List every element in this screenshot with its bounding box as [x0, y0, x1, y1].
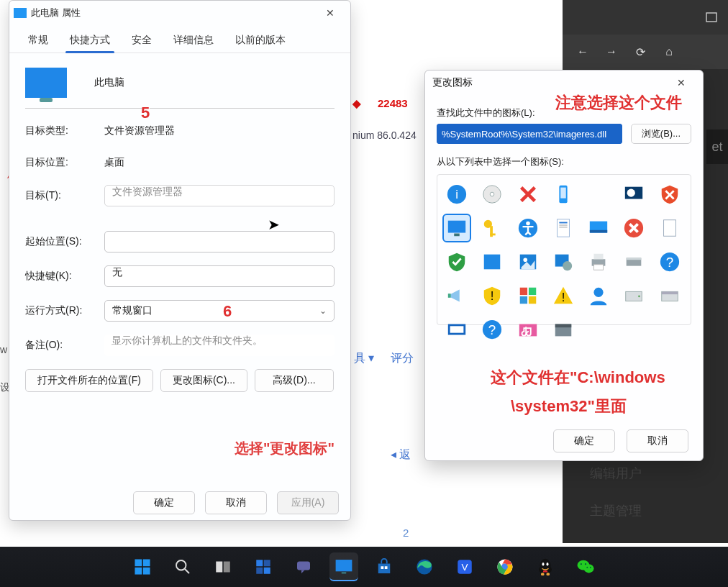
browse-button[interactable]: 浏览(B)...	[631, 124, 691, 144]
paper-icon[interactable]	[657, 215, 683, 241]
refresh-icon[interactable]: ⟳	[629, 40, 652, 63]
search-icon[interactable]	[168, 552, 197, 581]
info-icon[interactable]: i	[444, 181, 470, 207]
home-icon[interactable]: ⌂	[658, 40, 681, 63]
app-v-icon[interactable]: V	[450, 552, 479, 581]
sidebar-item-theme[interactable]: 主题管理	[577, 492, 728, 529]
shortcut-icon-preview	[25, 68, 67, 98]
image-icon[interactable]	[515, 249, 541, 275]
start-icon[interactable]	[128, 552, 157, 581]
tab-details[interactable]: 详细信息	[163, 29, 224, 53]
music-folder-icon[interactable]	[515, 317, 541, 342]
svg-rect-64	[256, 568, 263, 574]
user-icon[interactable]	[586, 283, 611, 309]
help-icon[interactable]: ?	[657, 249, 683, 275]
phone-icon[interactable]	[550, 181, 576, 207]
key-icon[interactable]	[479, 215, 505, 241]
forward-icon[interactable]: →	[600, 40, 623, 63]
shield-x-icon[interactable]	[657, 181, 683, 207]
disc-icon[interactable]	[479, 181, 505, 207]
drive-icon[interactable]	[621, 283, 647, 309]
close-icon[interactable]: ✕	[667, 77, 696, 88]
blank-icon[interactable]	[586, 181, 611, 207]
select-run-mode[interactable]: 常规窗口 ⌄	[104, 300, 335, 322]
svg-rect-18	[559, 224, 567, 225]
store-icon[interactable]	[370, 552, 399, 581]
svg-rect-61	[224, 562, 230, 573]
svg-rect-54	[555, 324, 572, 328]
annotation-note-file: 注意选择这个文件	[555, 92, 682, 114]
explorer-icon[interactable]	[329, 552, 358, 581]
input-target[interactable]: 文件资源管理器	[104, 185, 335, 206]
x-red-icon[interactable]	[515, 181, 541, 207]
svg-text:!: !	[562, 291, 565, 304]
chrome-icon[interactable]	[491, 552, 519, 581]
background-text: ◂ 返	[391, 447, 411, 463]
help2-icon[interactable]: ?	[479, 317, 505, 342]
tab-shortcut[interactable]: 快捷方式	[60, 29, 120, 53]
value-target-type: 文件资源管理器	[104, 124, 175, 137]
archive-icon[interactable]	[550, 317, 576, 342]
desktop-icon[interactable]	[586, 215, 611, 241]
svg-rect-81	[541, 573, 545, 575]
task-view-icon[interactable]	[209, 552, 237, 581]
open-file-location-button[interactable]: 打开文件所在的位置(F)	[25, 369, 153, 392]
window-title: 更改图标	[432, 76, 473, 89]
window-blue-icon[interactable]	[479, 249, 505, 275]
tab-general[interactable]: 常规	[18, 29, 58, 53]
svg-rect-9	[448, 221, 465, 233]
cancel-button[interactable]: 取消	[627, 429, 688, 452]
svg-rect-83	[543, 570, 547, 572]
back-icon[interactable]: ←	[571, 40, 594, 63]
chat-icon[interactable]	[289, 552, 318, 581]
svg-rect-66	[297, 562, 310, 570]
document-icon[interactable]	[550, 215, 576, 241]
qq-icon[interactable]	[531, 552, 560, 581]
tabs-bar: 常规 快捷方式 安全 详细信息 以前的版本	[9, 25, 350, 53]
accessibility-icon[interactable]	[515, 215, 541, 241]
apply-button[interactable]: 应用(A)	[277, 491, 339, 514]
browser-tab-icon[interactable]	[695, 4, 728, 31]
monitor-icon[interactable]	[444, 215, 470, 241]
shield-warn-icon[interactable]: !	[479, 283, 505, 309]
shield-check-icon[interactable]	[444, 249, 470, 275]
label-run: 运行方式(R):	[25, 304, 104, 317]
select-run-value: 常规窗口	[112, 304, 153, 317]
change-icon-button[interactable]: 更改图标(C)...	[160, 369, 247, 392]
annotation-note-path2: \system32"里面	[511, 396, 627, 417]
icon-path-input[interactable]: %SystemRoot%\System32\imageres.dll	[437, 124, 622, 144]
titlebar[interactable]: 更改图标 ✕	[425, 70, 703, 95]
ok-button[interactable]: 确定	[133, 491, 195, 514]
titlebar[interactable]: 此电脑 属性 ✕	[9, 1, 350, 25]
svg-point-80	[547, 563, 549, 566]
edge-icon[interactable]	[410, 552, 439, 581]
ok-button[interactable]: 确定	[553, 429, 615, 452]
run-icon[interactable]	[444, 317, 470, 342]
moon-monitor-icon[interactable]	[621, 181, 647, 207]
icon-list[interactable]: i ? ! !	[437, 174, 691, 325]
megaphone-icon[interactable]	[444, 283, 470, 309]
input-shortcut-key[interactable]: 无	[104, 265, 335, 287]
app-tiles-icon[interactable]	[515, 283, 541, 309]
background-text-fragment: et	[706, 129, 728, 164]
mouse-cursor-icon: ➤	[268, 216, 280, 233]
advanced-button[interactable]: 高级(D)...	[255, 369, 334, 392]
wechat-icon[interactable]	[571, 552, 600, 581]
widgets-icon[interactable]	[249, 552, 278, 581]
printer-icon[interactable]	[586, 249, 611, 275]
svg-rect-39	[529, 288, 536, 295]
background-text: 具 ▾	[354, 351, 374, 366]
image-folder-icon[interactable]	[550, 249, 576, 275]
warning-icon[interactable]: !	[550, 283, 576, 309]
close-icon[interactable]: ✕	[314, 2, 346, 24]
taskbar[interactable]: V	[0, 547, 728, 587]
cancel-button[interactable]: 取消	[205, 491, 267, 514]
svg-rect-10	[454, 234, 460, 237]
tab-previous-versions[interactable]: 以前的版本	[225, 29, 296, 53]
tab-security[interactable]: 安全	[122, 29, 162, 53]
input-start-in[interactable]	[104, 231, 335, 252]
svg-rect-49	[450, 326, 464, 332]
scanner-icon[interactable]	[621, 249, 647, 275]
drive2-icon[interactable]	[657, 283, 683, 309]
error-x-icon[interactable]	[621, 215, 647, 241]
